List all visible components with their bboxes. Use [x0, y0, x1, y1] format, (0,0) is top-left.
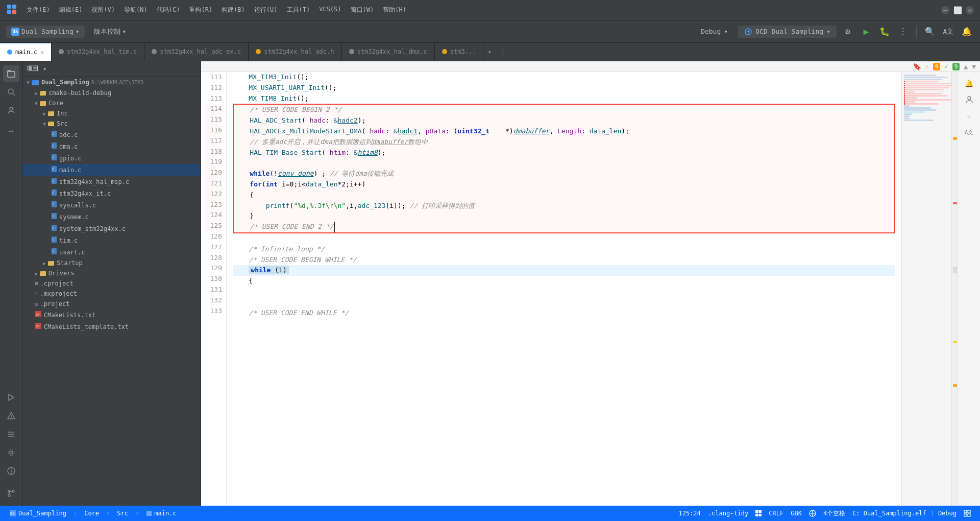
tab-hal-more[interactable]: stm3...: [435, 43, 484, 61]
tree-item-tim-c[interactable]: C tim.c: [22, 234, 201, 246]
translate-btn[interactable]: A文: [941, 25, 955, 39]
status-lint[interactable]: .clang-tidy: [705, 509, 751, 518]
tab-hal-dma[interactable]: stm32g4xx_hal_dma.c: [342, 43, 435, 61]
sidebar-icon-folder[interactable]: [3, 65, 19, 82]
settings-icon-btn[interactable]: ⚙: [841, 25, 855, 39]
right-sidebar-translate[interactable]: A文: [962, 125, 976, 139]
menu-nav[interactable]: 导航(N): [120, 4, 152, 16]
right-sidebar-star[interactable]: ☆: [962, 109, 976, 123]
tree-item-adc-c[interactable]: C adc.c: [22, 129, 201, 140]
bookmark-icon[interactable]: 🔖: [913, 62, 921, 70]
svg-point-15: [10, 451, 13, 454]
tree-item-sysmem[interactable]: C sysmem.c: [22, 211, 201, 223]
close-button[interactable]: ✕: [966, 6, 974, 14]
debug-mode-selector[interactable]: Debug ▾: [695, 26, 734, 37]
menu-run[interactable]: 运行(U): [250, 4, 282, 16]
tree-item-cmake-debug[interactable]: ▶ cmake-build-debug: [22, 88, 201, 98]
tree-item-system-c[interactable]: C system_stm32g4xx.c: [22, 223, 201, 234]
menu-vcs[interactable]: VCS(S): [315, 4, 345, 16]
menu-help[interactable]: 帮助(H): [379, 4, 410, 16]
status-src[interactable]: Src: [114, 510, 131, 517]
more-options-btn[interactable]: ⋮: [896, 25, 910, 39]
tree-item-hal-it[interactable]: C stm32g4xx_it.c: [22, 187, 201, 199]
tree-item-drivers[interactable]: ▶ Drivers: [22, 268, 201, 278]
tab-actions-btn[interactable]: ⋮: [496, 43, 510, 61]
tree-item-cmakelists[interactable]: CM CMakeLists.txt: [22, 309, 201, 321]
sidebar-icon-run[interactable]: [3, 389, 19, 406]
maximize-button[interactable]: ⬜: [953, 6, 962, 14]
sidebar-icon-warning[interactable]: [3, 408, 19, 424]
sidebar-icon-list[interactable]: [3, 426, 19, 442]
project-selector[interactable]: DS Dual_Sampling ▾: [6, 26, 85, 38]
menu-build[interactable]: 构建(B): [217, 4, 249, 16]
tab-main-c-close[interactable]: ✕: [40, 49, 44, 56]
tab-hal-adc-ex[interactable]: stm32g4xx_hal_adc_ex.c: [144, 43, 249, 61]
sidebar-icon-person[interactable]: [3, 102, 19, 119]
nav-down-icon[interactable]: ▼: [972, 63, 976, 70]
tab-overflow-btn[interactable]: ▾: [483, 43, 496, 61]
sidebar-icon-info[interactable]: [3, 463, 19, 479]
menu-view[interactable]: 视图(V): [87, 4, 119, 16]
menu-file[interactable]: 文件(E): [22, 4, 54, 16]
menu-refactor[interactable]: 重构(R): [185, 4, 216, 16]
code-line-119: [234, 158, 894, 169]
status-expand-icon[interactable]: [961, 509, 974, 518]
status-filename[interactable]: main.c: [143, 510, 179, 517]
sidebar-icon-settings[interactable]: [3, 444, 19, 461]
status-line-ending[interactable]: CRLF: [766, 509, 787, 518]
tree-item-gpio-c[interactable]: C gpio.c: [22, 152, 201, 164]
status-windows-icon-item[interactable]: [752, 509, 765, 518]
tab-main-c[interactable]: main.c ✕: [0, 43, 52, 61]
sidebar-icon-git[interactable]: [3, 485, 19, 502]
tree-item-hal-msp[interactable]: C stm32g4xx_hal_msp.c: [22, 176, 201, 187]
tab-hal-tim[interactable]: stm32g4xx_hal_tim.c: [52, 43, 144, 61]
status-mode[interactable]: Debug: [935, 509, 960, 518]
line-num-114: 114: [205, 104, 222, 114]
tree-label-adc-c: adc.c: [59, 131, 78, 138]
tree-header-dropdown[interactable]: ▾: [43, 65, 46, 73]
tree-item-inc[interactable]: ▶ Inc: [22, 108, 201, 119]
tree-item-mxproject[interactable]: ≡ .mxproject: [22, 289, 201, 299]
sidebar-icon-search[interactable]: [3, 84, 19, 100]
tree-item-syscalls[interactable]: C syscalls.c: [22, 199, 201, 211]
tree-item-cproject[interactable]: ≡ .cproject: [22, 278, 201, 289]
status-project[interactable]: DS Dual_Sampling: [6, 510, 69, 517]
run-button[interactable]: ▶: [859, 25, 873, 39]
line-num-123: 123: [205, 200, 222, 210]
menu-code[interactable]: 代码(C): [153, 4, 184, 16]
tree-path-label: D:\WORKPLACE\STM3: [91, 80, 143, 85]
debug-button[interactable]: 🐛: [877, 25, 892, 39]
tree-item-dma-c[interactable]: C dma.c: [22, 140, 201, 152]
minimize-button[interactable]: —: [941, 6, 949, 14]
tree-item-usart-c[interactable]: C usart.c: [22, 246, 201, 258]
right-sidebar-notifications[interactable]: 🔔: [962, 76, 976, 90]
tree-item-src[interactable]: ▼ Src: [22, 119, 201, 129]
tree-item-cmakelists-template[interactable]: CM CMakeLists_template.txt: [22, 321, 201, 333]
tree-item-project[interactable]: ≡ .project: [22, 299, 201, 309]
svg-rect-69: [964, 510, 967, 513]
status-encoding[interactable]: GBK: [788, 509, 805, 518]
tab-hal-adc-h[interactable]: stm32g4xx_hal_adc.h: [249, 43, 341, 61]
status-core[interactable]: Core: [81, 510, 102, 517]
tree-item-core[interactable]: ▼ Core: [22, 98, 201, 108]
tree-item-startup[interactable]: ▶ Startup: [22, 258, 201, 268]
search-btn[interactable]: 🔍: [923, 25, 937, 39]
version-control-selector[interactable]: 版本控制 ▾: [89, 25, 132, 38]
ocd-selector[interactable]: OCD Dual_Sampling ▾: [738, 26, 837, 38]
right-sidebar-person[interactable]: [962, 92, 976, 107]
notification-btn[interactable]: 🔔: [960, 25, 974, 39]
tree-item-main-c[interactable]: C main.c: [22, 164, 201, 176]
menu-window[interactable]: 窗口(W): [347, 4, 378, 16]
minimap-scrollbar[interactable]: [951, 72, 958, 506]
tree-item-dual-sampling[interactable]: ▼ Dual_Sampling D:\WORKPLACE\STM3: [22, 77, 201, 88]
sidebar-icon-more[interactable]: ⋯: [3, 123, 19, 139]
status-target[interactable]: C: Dual_Sampling.elf: [849, 509, 929, 518]
menu-tools[interactable]: 工具(T): [283, 4, 314, 16]
menu-edit[interactable]: 编辑(E): [55, 4, 87, 16]
status-indent[interactable]: 4个空格: [820, 509, 848, 518]
code-lines[interactable]: MX_TIM3_Init(); MX_USART1_UART_Init(); M…: [227, 72, 901, 506]
nav-up-icon[interactable]: ▲: [964, 63, 968, 70]
status-indent-label: 4个空格: [823, 509, 845, 518]
status-position[interactable]: 125:24: [675, 509, 703, 518]
status-globe-icon-item[interactable]: [806, 509, 819, 518]
